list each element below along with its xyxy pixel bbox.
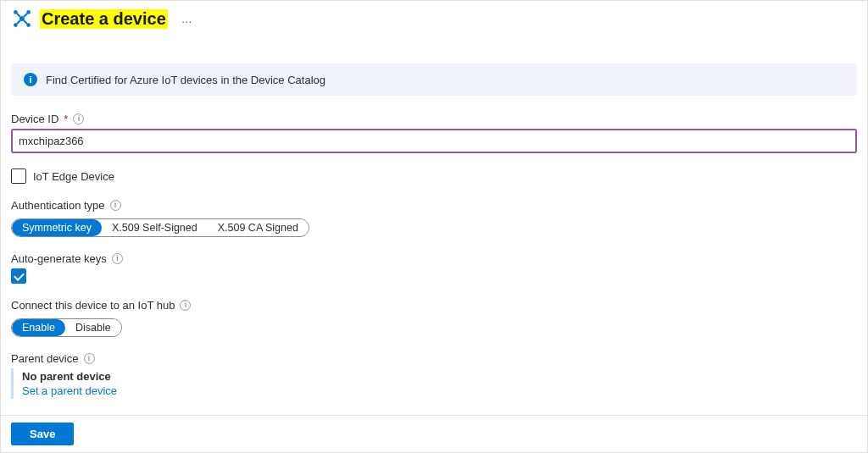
autogen-field: Auto-generate keys i — [11, 252, 857, 284]
svg-line-5 — [17, 14, 20, 17]
auth-type-option[interactable]: X.509 Self-Signed — [102, 219, 208, 236]
connect-hub-option[interactable]: Disable — [65, 319, 121, 336]
device-id-input[interactable] — [11, 129, 857, 153]
info-hint-icon[interactable]: i — [73, 113, 84, 124]
iot-edge-row: IoT Edge Device — [11, 168, 857, 184]
connect-hub-label: Connect this device to an IoT hub — [11, 299, 175, 312]
banner-text: Find Certified for Azure IoT devices in … — [46, 74, 326, 86]
svg-line-8 — [24, 20, 27, 24]
page-title: Create a device — [40, 9, 168, 29]
auth-type-field: Authentication type i Symmetric keyX.509… — [11, 199, 857, 237]
info-icon: i — [24, 73, 37, 86]
info-hint-icon[interactable]: i — [180, 300, 191, 311]
connect-hub-group: EnableDisable — [11, 318, 122, 337]
save-button[interactable]: Save — [11, 423, 74, 445]
iot-hub-icon — [11, 8, 33, 30]
svg-line-6 — [24, 14, 27, 17]
device-id-label: Device ID — [11, 113, 58, 125]
device-id-field: Device ID * i — [11, 113, 857, 153]
required-mark: * — [64, 113, 68, 125]
svg-line-7 — [17, 20, 20, 24]
auth-type-option[interactable]: Symmetric key — [12, 219, 102, 236]
parent-device-none: No parent device — [22, 370, 857, 383]
connect-hub-field: Connect this device to an IoT hub i Enab… — [11, 299, 857, 337]
auth-type-group: Symmetric keyX.509 Self-SignedX.509 CA S… — [11, 218, 309, 237]
autogen-label: Auto-generate keys — [11, 252, 107, 265]
iot-edge-checkbox[interactable] — [11, 168, 26, 184]
connect-hub-option[interactable]: Enable — [12, 319, 65, 336]
set-parent-link[interactable]: Set a parent device — [22, 384, 117, 397]
info-hint-icon[interactable]: i — [112, 253, 123, 264]
more-menu[interactable]: … — [175, 13, 193, 25]
device-catalog-banner[interactable]: i Find Certified for Azure IoT devices i… — [11, 64, 857, 96]
footer-bar: Save — [1, 415, 867, 452]
page-header: Create a device … — [11, 8, 857, 30]
auth-type-label: Authentication type — [11, 199, 105, 212]
autogen-checkbox[interactable] — [11, 268, 26, 284]
parent-device-field: Parent device i No parent device Set a p… — [11, 352, 857, 399]
auth-type-option[interactable]: X.509 CA Signed — [208, 219, 309, 236]
parent-device-block: No parent device Set a parent device — [11, 368, 857, 399]
iot-edge-label: IoT Edge Device — [33, 170, 114, 183]
info-hint-icon[interactable]: i — [84, 353, 95, 364]
svg-point-4 — [19, 16, 25, 21]
info-hint-icon[interactable]: i — [110, 200, 121, 211]
parent-device-label: Parent device — [11, 352, 79, 365]
